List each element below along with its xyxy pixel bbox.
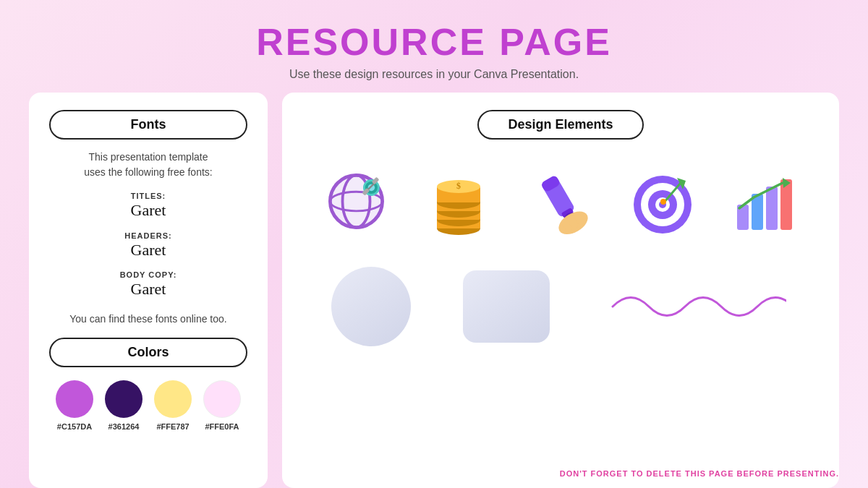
fonts-note: You can find these fonts online too. xyxy=(49,313,247,325)
font-name-titles: Garet xyxy=(49,200,247,221)
design-elements-header: Design Elements xyxy=(477,110,643,140)
icons-row: $ xyxy=(305,154,816,248)
target-icon-item xyxy=(623,161,702,241)
font-label-headers: HEADERS: xyxy=(49,231,247,240)
color-circle-2 xyxy=(105,380,142,418)
fonts-description: This presentation template uses the foll… xyxy=(49,150,247,180)
wave-container xyxy=(602,285,790,328)
footer-note: DON'T FORGET TO DELETE THIS PAGE BEFORE … xyxy=(560,469,839,478)
font-name-body: Garet xyxy=(49,279,247,300)
colors-section: Colors #C157DA #361264 #FFE787 #FFE0FA xyxy=(49,338,247,431)
globe-icon-item xyxy=(317,161,396,241)
left-panel: Fonts This presentation template uses th… xyxy=(29,93,268,488)
color-circle-1 xyxy=(56,380,93,418)
coins-icon: $ xyxy=(426,165,491,237)
fonts-header: Fonts xyxy=(49,110,247,140)
svg-rect-41 xyxy=(766,187,778,230)
chart-icon-item xyxy=(725,161,804,241)
color-swatch-4: #FFE0FA xyxy=(203,380,241,431)
font-label-titles: TITLES: xyxy=(49,192,247,200)
color-swatch-1: #C157DA xyxy=(56,380,93,431)
page-subtitle: Use these design resources in your Canva… xyxy=(256,68,612,81)
page-header: RESOURCE PAGE Use these design resources… xyxy=(256,0,612,81)
globe-icon xyxy=(322,167,391,236)
wave-icon xyxy=(605,285,786,328)
shape-circle xyxy=(331,267,411,346)
color-hex-4: #FFE0FA xyxy=(205,422,239,431)
marker-icon-item xyxy=(521,161,600,241)
target-icon xyxy=(626,165,699,237)
color-swatch-3: #FFE787 xyxy=(154,380,192,431)
colors-header: Colors xyxy=(49,338,247,367)
color-circle-3 xyxy=(154,380,192,418)
font-name-headers: Garet xyxy=(49,240,247,261)
svg-rect-42 xyxy=(780,179,792,230)
main-content: Fonts This presentation template uses th… xyxy=(29,93,839,488)
svg-text:$: $ xyxy=(456,181,461,191)
right-panel: Design Elements xyxy=(282,93,839,488)
chart-icon xyxy=(728,165,801,237)
font-entry-headers: HEADERS: Garet xyxy=(49,231,247,261)
font-label-body: BODY COPY: xyxy=(49,270,247,279)
svg-point-38 xyxy=(660,199,666,205)
design-elements-header-container: Design Elements xyxy=(305,110,816,142)
shapes-row xyxy=(305,260,816,354)
color-circle-4 xyxy=(203,380,241,418)
page-title: RESOURCE PAGE xyxy=(256,20,612,64)
color-hex-2: #361264 xyxy=(109,422,140,431)
font-entry-titles: TITLES: Garet xyxy=(49,192,247,221)
color-swatches: #C157DA #361264 #FFE787 #FFE0FA xyxy=(49,380,247,431)
marker-icon xyxy=(524,165,597,237)
color-hex-1: #C157DA xyxy=(57,422,92,431)
font-entry-body: BODY COPY: Garet xyxy=(49,270,247,300)
color-swatch-2: #361264 xyxy=(105,380,142,431)
color-hex-3: #FFE787 xyxy=(156,422,189,431)
shape-rounded-rect xyxy=(463,270,550,343)
coins-icon-item: $ xyxy=(419,161,498,241)
